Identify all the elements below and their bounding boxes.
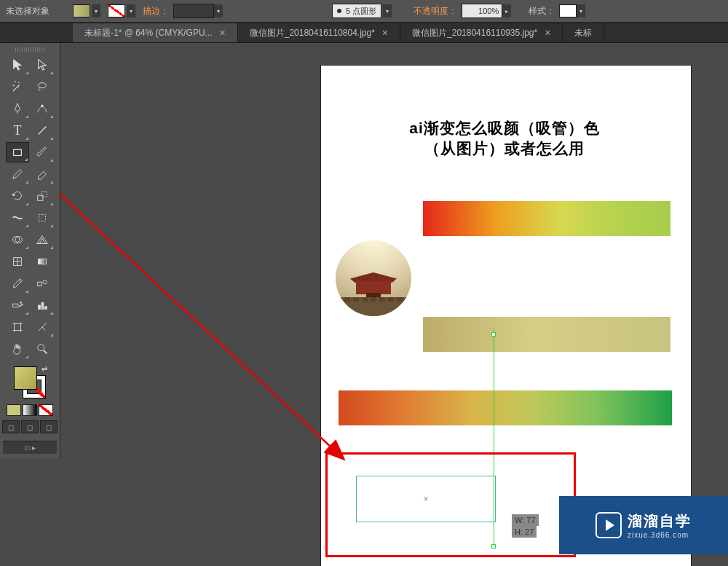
symbol-sprayer-tool[interactable] — [6, 295, 29, 315]
pencil-tool[interactable] — [6, 164, 29, 184]
direct-selection-tool[interactable] — [31, 55, 54, 75]
eyedropper-tool[interactable] — [6, 273, 29, 294]
no-selection-label: 未选择对象 — [6, 5, 50, 17]
doc-tab-label: 微信图片_20180416110935.jpg* — [412, 27, 537, 39]
color-mode-row — [7, 404, 53, 416]
style-dropdown[interactable]: ▾ — [577, 4, 585, 17]
watermark-url: zixue.3d66.com — [628, 531, 692, 539]
close-icon[interactable]: × — [220, 27, 226, 39]
pen-tool[interactable] — [6, 98, 29, 119]
canvas-area[interactable]: ai渐变怎么吸颜（吸管）色 （从图片）或者怎么用 × W: 77 H: 27 — [60, 43, 728, 566]
column-graph-tool[interactable] — [31, 295, 54, 315]
svg-point-1 — [41, 105, 44, 107]
line-segment-tool[interactable] — [31, 120, 54, 141]
color-mode-none[interactable] — [39, 404, 53, 416]
opacity-input[interactable]: 100% — [462, 4, 502, 18]
brush-profile[interactable]: 5 点圆形 — [332, 4, 381, 18]
panel-grip[interactable] — [15, 47, 44, 52]
doc-tab-4[interactable]: 未标 — [563, 23, 604, 42]
svg-rect-13 — [13, 304, 18, 307]
scale-tool[interactable] — [31, 186, 54, 206]
sample-image-circle — [336, 240, 411, 316]
hand-tool[interactable] — [6, 339, 29, 359]
opacity-dropdown[interactable]: ▸ — [502, 4, 511, 17]
watermark-title: 溜溜自学 — [628, 511, 692, 531]
shape-builder-tool[interactable] — [6, 229, 29, 250]
rectangle-tool[interactable] — [6, 142, 29, 162]
svg-line-23 — [60, 174, 343, 458]
doc-tab-label: 未标 — [574, 27, 592, 39]
tools-panel: T ⇄ — [0, 43, 60, 458]
swap-fill-stroke-icon[interactable]: ⇄ — [41, 365, 47, 373]
doc-tab-label: 未标题-1* @ 64% (CMYK/GPU... — [84, 27, 213, 39]
artboard-tool[interactable] — [6, 317, 29, 337]
doc-tab-1[interactable]: 未标题-1* @ 64% (CMYK/GPU... × — [73, 23, 238, 42]
artboard-title-1: ai渐变怎么吸颜（吸管）色 — [344, 118, 665, 138]
stroke-swatch[interactable] — [108, 4, 125, 17]
svg-rect-18 — [41, 302, 44, 309]
blend-tool[interactable] — [31, 273, 54, 294]
stroke-dropdown[interactable]: ▾ — [127, 4, 135, 17]
type-tool[interactable]: T — [6, 120, 29, 141]
svg-rect-10 — [39, 259, 47, 264]
dimension-tooltip-w: W: 77 — [512, 514, 539, 526]
doc-tab-label: 微信图片_20180416110804.jpg* — [250, 27, 375, 39]
brush-profile-label: 5 点圆形 — [346, 6, 376, 17]
curvature-tool[interactable] — [31, 98, 54, 119]
screen-mode-row: ◻ ◻ ◻ — [2, 420, 58, 433]
svg-rect-3 — [14, 149, 22, 155]
close-icon[interactable]: × — [382, 27, 388, 39]
eraser-tool[interactable] — [31, 164, 54, 184]
free-transform-tool[interactable] — [31, 208, 54, 228]
guide-handle — [491, 544, 496, 549]
svg-line-2 — [39, 127, 47, 135]
drawing-rectangle: × — [356, 476, 496, 522]
svg-rect-17 — [39, 305, 41, 309]
magic-wand-tool[interactable] — [6, 76, 29, 97]
svg-point-15 — [21, 304, 23, 305]
gradient-bar-3 — [339, 390, 672, 425]
svg-rect-20 — [15, 324, 21, 331]
color-mode-gradient[interactable] — [23, 404, 37, 416]
close-icon[interactable]: × — [545, 27, 550, 39]
doc-tab-3[interactable]: 微信图片_20180416110935.jpg* × — [400, 23, 563, 42]
paintbrush-tool[interactable] — [31, 142, 54, 162]
perspective-grid-tool[interactable] — [31, 229, 54, 250]
stroke-weight-dropdown[interactable]: ▾ — [214, 4, 223, 17]
draw-normal[interactable]: ◻ — [2, 420, 20, 433]
svg-point-12 — [43, 280, 47, 284]
screen-mode-button[interactable]: ▭ ▸ — [3, 441, 57, 454]
zoom-tool[interactable] — [31, 339, 54, 359]
doc-tab-2[interactable]: 微信图片_20180416110804.jpg* × — [238, 23, 400, 42]
draw-inside[interactable]: ◻ — [40, 420, 58, 433]
slice-tool[interactable] — [31, 317, 54, 337]
stroke-weight-input[interactable] — [173, 4, 214, 18]
selection-tool[interactable] — [6, 55, 29, 75]
opacity-label: 不透明度： — [414, 5, 457, 17]
style-label: 样式： — [529, 5, 555, 17]
style-swatch[interactable] — [559, 4, 577, 17]
brush-dropdown[interactable]: ▾ — [383, 4, 392, 17]
svg-point-14 — [20, 302, 22, 304]
rotate-tool[interactable] — [6, 186, 29, 206]
mesh-tool[interactable] — [6, 251, 29, 272]
control-bar: 未选择对象 ▾ ▾ 描边： ▾ 5 点圆形 ▾ 不透明度： 100% ▸ 样式：… — [0, 0, 728, 23]
svg-rect-6 — [39, 215, 46, 221]
width-tool[interactable] — [6, 208, 29, 228]
artboard: ai渐变怎么吸颜（吸管）色 （从图片）或者怎么用 × W: 77 H: 27 — [321, 66, 691, 566]
svg-rect-19 — [45, 307, 47, 310]
draw-behind[interactable]: ◻ — [21, 420, 39, 433]
profile-dot-icon — [337, 9, 341, 13]
lasso-tool[interactable] — [31, 76, 54, 97]
artboard-title-2: （从图片）或者怎么用 — [344, 138, 665, 159]
color-mode-solid[interactable] — [7, 404, 21, 416]
fill-color-big[interactable] — [14, 366, 37, 390]
gradient-bar-1 — [423, 201, 670, 236]
center-mark-icon: × — [423, 494, 428, 504]
dimension-tooltip-h: H: 27 — [512, 526, 537, 538]
gradient-tool[interactable] — [31, 251, 54, 272]
fill-swatch[interactable] — [73, 4, 90, 17]
fill-dropdown[interactable]: ▾ — [92, 4, 100, 17]
svg-rect-11 — [38, 282, 41, 286]
fill-stroke-indicator[interactable]: ⇄ — [14, 366, 46, 398]
